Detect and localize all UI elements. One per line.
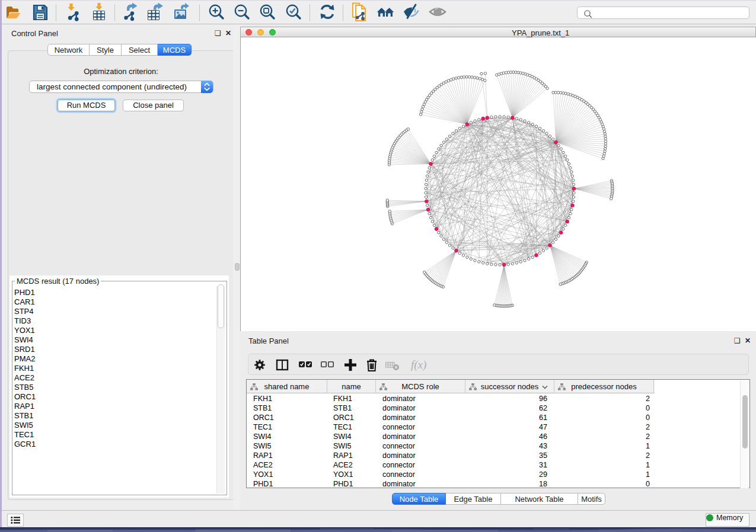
svg-text:f(x): f(x) xyxy=(411,358,426,371)
